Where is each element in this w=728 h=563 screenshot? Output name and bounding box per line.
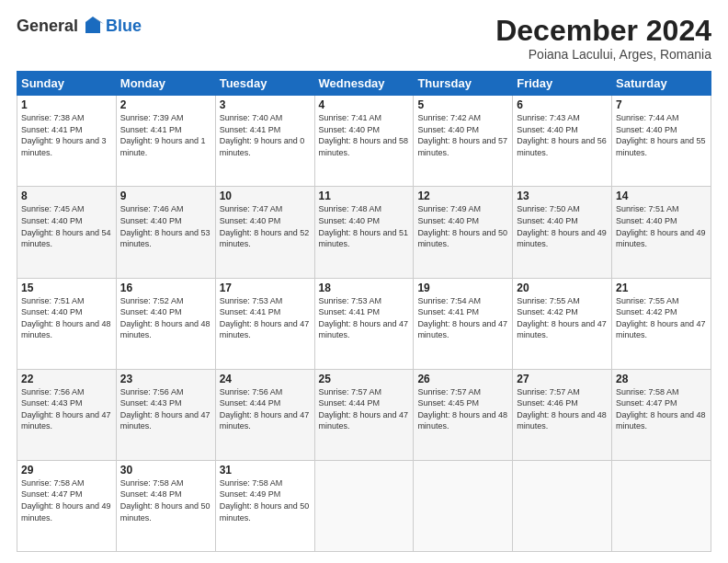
calendar-cell: 17 Sunrise: 7:53 AMSunset: 4:41 PMDaylig…	[215, 278, 314, 369]
header-tuesday: Tuesday	[215, 72, 314, 96]
calendar-cell	[513, 460, 612, 551]
day-number: 18	[319, 282, 410, 294]
header-sunday: Sunday	[17, 72, 117, 96]
calendar-cell: 31 Sunrise: 7:58 AMSunset: 4:49 PMDaylig…	[215, 460, 314, 551]
day-number: 28	[616, 373, 707, 385]
calendar-week-3: 15 Sunrise: 7:51 AMSunset: 4:40 PMDaylig…	[17, 278, 711, 369]
calendar-cell: 16 Sunrise: 7:52 AMSunset: 4:40 PMDaylig…	[116, 278, 215, 369]
day-sunrise: Sunrise: 7:49 AMSunset: 4:40 PMDaylight:…	[417, 204, 507, 248]
calendar-cell: 23 Sunrise: 7:56 AMSunset: 4:43 PMDaylig…	[116, 369, 215, 460]
day-number: 5	[417, 98, 508, 111]
calendar-cell: 13 Sunrise: 7:50 AMSunset: 4:40 PMDaylig…	[513, 187, 612, 278]
calendar-cell	[314, 460, 414, 551]
calendar-cell: 6 Sunrise: 7:43 AMSunset: 4:40 PMDayligh…	[513, 96, 612, 187]
day-sunrise: Sunrise: 7:45 AMSunset: 4:40 PMDaylight:…	[21, 204, 111, 248]
day-number: 24	[220, 373, 311, 385]
day-sunrise: Sunrise: 7:43 AMSunset: 4:40 PMDaylight:…	[517, 113, 607, 157]
day-sunrise: Sunrise: 7:39 AMSunset: 4:41 PMDaylight:…	[120, 113, 206, 157]
calendar-cell	[612, 460, 711, 551]
day-number: 13	[517, 190, 608, 202]
day-sunrise: Sunrise: 7:57 AMSunset: 4:45 PMDaylight:…	[417, 387, 507, 431]
logo-general-text: General	[17, 17, 78, 36]
day-sunrise: Sunrise: 7:53 AMSunset: 4:41 PMDaylight:…	[220, 296, 310, 340]
calendar-cell: 24 Sunrise: 7:56 AMSunset: 4:44 PMDaylig…	[215, 369, 314, 460]
day-number: 4	[319, 98, 410, 111]
header-friday: Friday	[513, 72, 612, 96]
calendar-cell: 14 Sunrise: 7:51 AMSunset: 4:40 PMDaylig…	[612, 187, 711, 278]
day-number: 17	[220, 282, 311, 294]
day-number: 29	[21, 464, 112, 477]
day-sunrise: Sunrise: 7:55 AMSunset: 4:42 PMDaylight:…	[517, 296, 607, 340]
day-number: 30	[120, 464, 211, 477]
calendar-cell: 9 Sunrise: 7:46 AMSunset: 4:40 PMDayligh…	[116, 187, 215, 278]
calendar-cell: 1 Sunrise: 7:38 AMSunset: 4:41 PMDayligh…	[17, 96, 117, 187]
calendar-cell: 28 Sunrise: 7:58 AMSunset: 4:47 PMDaylig…	[612, 369, 711, 460]
logo-blue-text: Blue	[106, 17, 142, 36]
day-number: 25	[319, 373, 410, 385]
day-sunrise: Sunrise: 7:41 AMSunset: 4:40 PMDaylight:…	[319, 113, 409, 157]
logo: General Blue	[17, 15, 142, 37]
day-sunrise: Sunrise: 7:40 AMSunset: 4:41 PMDaylight:…	[220, 113, 305, 157]
calendar: Sunday Monday Tuesday Wednesday Thursday…	[17, 71, 711, 552]
calendar-cell: 8 Sunrise: 7:45 AMSunset: 4:40 PMDayligh…	[17, 187, 117, 278]
day-number: 21	[616, 282, 707, 294]
calendar-cell: 18 Sunrise: 7:53 AMSunset: 4:41 PMDaylig…	[314, 278, 414, 369]
calendar-cell: 10 Sunrise: 7:47 AMSunset: 4:40 PMDaylig…	[215, 187, 314, 278]
day-sunrise: Sunrise: 7:58 AMSunset: 4:48 PMDaylight:…	[120, 478, 210, 523]
day-number: 11	[319, 190, 410, 202]
day-sunrise: Sunrise: 7:56 AMSunset: 4:43 PMDaylight:…	[120, 387, 210, 431]
day-number: 14	[616, 190, 707, 202]
day-number: 16	[120, 282, 211, 294]
calendar-cell: 22 Sunrise: 7:56 AMSunset: 4:43 PMDaylig…	[17, 369, 117, 460]
day-sunrise: Sunrise: 7:46 AMSunset: 4:40 PMDaylight:…	[120, 204, 210, 248]
calendar-cell: 2 Sunrise: 7:39 AMSunset: 4:41 PMDayligh…	[116, 96, 215, 187]
day-sunrise: Sunrise: 7:56 AMSunset: 4:44 PMDaylight:…	[220, 387, 310, 431]
header-saturday: Saturday	[612, 72, 711, 96]
calendar-cell: 21 Sunrise: 7:55 AMSunset: 4:42 PMDaylig…	[612, 278, 711, 369]
day-number: 27	[517, 373, 608, 385]
day-number: 19	[417, 282, 508, 294]
day-number: 26	[417, 373, 508, 385]
day-number: 9	[120, 190, 211, 202]
day-sunrise: Sunrise: 7:56 AMSunset: 4:43 PMDaylight:…	[21, 387, 111, 431]
header-thursday: Thursday	[414, 72, 513, 96]
calendar-cell: 25 Sunrise: 7:57 AMSunset: 4:44 PMDaylig…	[314, 369, 414, 460]
day-number: 8	[21, 190, 112, 202]
day-number: 31	[220, 464, 311, 477]
day-sunrise: Sunrise: 7:58 AMSunset: 4:47 PMDaylight:…	[616, 387, 706, 431]
logo-icon	[82, 15, 104, 37]
day-number: 20	[517, 282, 608, 294]
page: General Blue December 2024 Poiana Laculu…	[0, 0, 728, 563]
day-sunrise: Sunrise: 7:44 AMSunset: 4:40 PMDaylight:…	[616, 113, 706, 157]
calendar-cell: 4 Sunrise: 7:41 AMSunset: 4:40 PMDayligh…	[314, 96, 414, 187]
day-sunrise: Sunrise: 7:51 AMSunset: 4:40 PMDaylight:…	[616, 204, 706, 248]
calendar-cell: 26 Sunrise: 7:57 AMSunset: 4:45 PMDaylig…	[414, 369, 513, 460]
calendar-header-row: Sunday Monday Tuesday Wednesday Thursday…	[17, 72, 711, 96]
day-sunrise: Sunrise: 7:55 AMSunset: 4:42 PMDaylight:…	[616, 296, 706, 340]
day-number: 10	[220, 190, 311, 202]
day-sunrise: Sunrise: 7:53 AMSunset: 4:41 PMDaylight:…	[319, 296, 409, 340]
day-number: 22	[21, 373, 112, 385]
calendar-cell: 12 Sunrise: 7:49 AMSunset: 4:40 PMDaylig…	[414, 187, 513, 278]
calendar-week-1: 1 Sunrise: 7:38 AMSunset: 4:41 PMDayligh…	[17, 96, 711, 187]
calendar-cell: 5 Sunrise: 7:42 AMSunset: 4:40 PMDayligh…	[414, 96, 513, 187]
subtitle: Poiana Lacului, Arges, Romania	[495, 47, 711, 62]
calendar-cell: 7 Sunrise: 7:44 AMSunset: 4:40 PMDayligh…	[612, 96, 711, 187]
calendar-week-2: 8 Sunrise: 7:45 AMSunset: 4:40 PMDayligh…	[17, 187, 711, 278]
calendar-cell: 20 Sunrise: 7:55 AMSunset: 4:42 PMDaylig…	[513, 278, 612, 369]
title-block: December 2024 Poiana Lacului, Arges, Rom…	[495, 15, 711, 62]
calendar-cell: 15 Sunrise: 7:51 AMSunset: 4:40 PMDaylig…	[17, 278, 117, 369]
day-sunrise: Sunrise: 7:57 AMSunset: 4:46 PMDaylight:…	[517, 387, 607, 431]
calendar-cell: 3 Sunrise: 7:40 AMSunset: 4:41 PMDayligh…	[215, 96, 314, 187]
day-sunrise: Sunrise: 7:47 AMSunset: 4:40 PMDaylight:…	[220, 204, 310, 248]
calendar-cell: 30 Sunrise: 7:58 AMSunset: 4:48 PMDaylig…	[116, 460, 215, 551]
month-title: December 2024	[495, 15, 711, 47]
day-number: 12	[417, 190, 508, 202]
day-number: 6	[517, 98, 608, 111]
calendar-week-5: 29 Sunrise: 7:58 AMSunset: 4:47 PMDaylig…	[17, 460, 711, 551]
day-sunrise: Sunrise: 7:48 AMSunset: 4:40 PMDaylight:…	[319, 204, 409, 248]
day-sunrise: Sunrise: 7:58 AMSunset: 4:47 PMDaylight:…	[21, 478, 111, 523]
day-sunrise: Sunrise: 7:58 AMSunset: 4:49 PMDaylight:…	[220, 478, 310, 523]
header-wednesday: Wednesday	[314, 72, 414, 96]
day-sunrise: Sunrise: 7:38 AMSunset: 4:41 PMDaylight:…	[21, 113, 107, 157]
